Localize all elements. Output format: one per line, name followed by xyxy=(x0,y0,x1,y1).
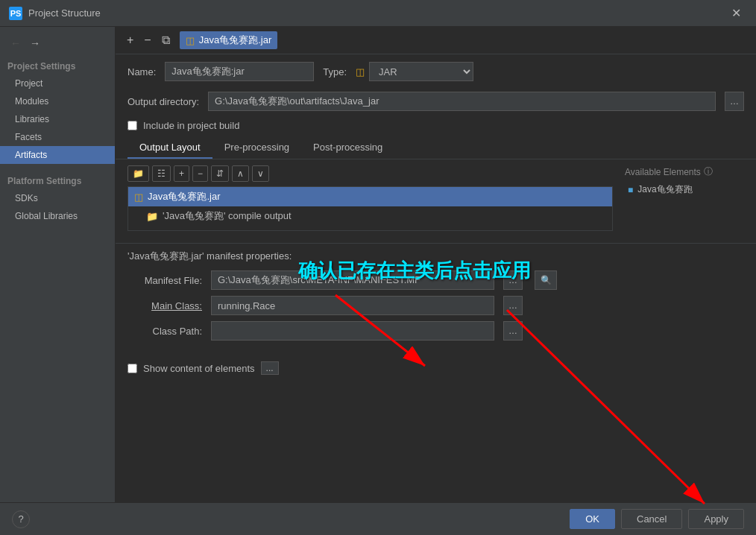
tree-item-jar-label: Java龟兔赛跑.jar xyxy=(148,190,221,203)
output-tree: ◫ Java龟兔赛跑.jar 📁 'Java龟兔赛跑' compile outp… xyxy=(127,186,613,231)
output-dir-row: Output directory: … xyxy=(116,89,756,114)
include-build-row: Include in project build xyxy=(116,114,756,137)
sidebar-item-facets[interactable]: Facets xyxy=(0,128,115,146)
ok-button[interactable]: OK xyxy=(570,509,615,529)
tab-pre-processing[interactable]: Pre-processing xyxy=(212,137,301,159)
back-arrow[interactable]: ← xyxy=(7,36,24,51)
class-path-browse-btn[interactable]: … xyxy=(503,321,523,341)
show-content-label[interactable]: Show content of elements xyxy=(143,363,255,374)
class-path-input[interactable] xyxy=(211,321,494,341)
title-bar-left: PS Project Structure xyxy=(9,7,101,20)
cancel-button[interactable]: Cancel xyxy=(621,509,682,529)
tree-item-jar[interactable]: ◫ Java龟兔赛跑.jar xyxy=(128,187,612,206)
artifact-item-label: Java龟兔赛跑.jar xyxy=(199,34,272,47)
show-content-checkbox[interactable] xyxy=(127,364,137,373)
manifest-section: 'Java龟兔赛跑.jar' manifest properties: Mani… xyxy=(116,243,756,352)
sidebar-item-project[interactable]: Project xyxy=(0,75,115,92)
tabs-row: Output Layout Pre-processing Post-proces… xyxy=(116,137,756,159)
sidebar-item-libraries[interactable]: Libraries xyxy=(0,110,115,128)
manifest-title: 'Java龟兔赛跑.jar' manifest properties: xyxy=(127,250,744,263)
class-path-row: Class Path: … xyxy=(127,321,744,341)
artifact-jar-icon: ◫ xyxy=(186,35,195,46)
ol-down-btn[interactable]: ∨ xyxy=(252,165,269,182)
bottom-right: OK Cancel Apply xyxy=(570,509,744,529)
type-jar-icon: ◫ xyxy=(356,66,365,77)
jar-icon: ◫ xyxy=(134,191,143,203)
class-path-label: Class Path: xyxy=(127,326,202,337)
main-class-input[interactable] xyxy=(211,296,494,315)
tree-item-compile[interactable]: 📁 'Java龟兔赛跑' compile output xyxy=(128,206,612,226)
tab-post-processing[interactable]: Post-processing xyxy=(301,137,394,159)
include-build-label[interactable]: Include in project build xyxy=(143,120,239,131)
tab-output-layout[interactable]: Output Layout xyxy=(127,137,212,159)
help-button[interactable]: ? xyxy=(12,510,30,528)
platform-settings-section: Platform Settings xyxy=(0,171,115,189)
add-artifact-button[interactable]: + xyxy=(123,32,137,48)
nav-top: ← → xyxy=(0,33,115,57)
output-right: Available Elements ⓘ ■ Java龟兔赛跑 xyxy=(625,165,744,231)
manifest-file-label: Manifest File: xyxy=(127,275,202,286)
output-dir-label: Output directory: xyxy=(127,96,199,107)
ol-add-btn[interactable]: + xyxy=(174,165,189,182)
content-panel: + − ⧉ ◫ Java龟兔赛跑.jar Name: Type: ◫ JAR O… xyxy=(116,27,756,535)
bottom-left: ? xyxy=(12,510,30,528)
output-dir-browse-button[interactable]: … xyxy=(725,92,744,111)
manifest-file-browse-btn[interactable]: … xyxy=(503,270,523,290)
tree-item-compile-label: 'Java龟兔赛跑' compile output xyxy=(163,209,292,223)
artifact-item[interactable]: ◫ Java龟兔赛跑.jar xyxy=(180,31,278,49)
show-content-row: Show content of elements ... xyxy=(116,355,756,381)
remove-artifact-button[interactable]: − xyxy=(140,32,154,48)
output-dir-input[interactable] xyxy=(208,92,716,111)
sidebar-item-modules[interactable]: Modules xyxy=(0,92,115,110)
include-in-build-checkbox[interactable] xyxy=(127,121,137,130)
type-label: Type: xyxy=(323,66,347,77)
output-left: 📁 ☷ + − ⇵ ∧ ∨ ◫ Java龟兔赛跑.jar 📁 'Java龟兔赛 xyxy=(127,165,613,231)
name-label: Name: xyxy=(127,66,156,77)
sidebar-item-artifacts[interactable]: Artifacts xyxy=(0,146,115,164)
available-elements-label: Available Elements ⓘ xyxy=(625,165,744,178)
module-icon: ■ xyxy=(628,185,633,195)
ol-up-btn[interactable]: ∧ xyxy=(232,165,249,182)
main-class-label: Main Class: xyxy=(127,300,202,311)
output-layout-toolbar: 📁 ☷ + − ⇵ ∧ ∨ xyxy=(127,165,613,182)
ol-sort-btn[interactable]: ⇵ xyxy=(211,165,229,182)
ol-layout-btn[interactable]: ☷ xyxy=(152,165,171,182)
show-content-ellipsis-btn[interactable]: ... xyxy=(261,361,279,375)
name-input[interactable] xyxy=(165,62,314,81)
type-select[interactable]: JAR xyxy=(369,62,473,81)
manifest-search-btn[interactable]: 🔍 xyxy=(535,270,557,290)
sidebar-item-global-libraries[interactable]: Global Libraries xyxy=(0,207,115,225)
window-title: Project Structure xyxy=(28,7,101,19)
help-icon-available: ⓘ xyxy=(704,165,713,178)
available-item-module[interactable]: ■ Java龟兔赛跑 xyxy=(625,181,744,198)
copy-artifact-button[interactable]: ⧉ xyxy=(158,32,174,48)
main-class-row: Main Class: … xyxy=(127,296,744,315)
output-layout-area: 📁 ☷ + − ⇵ ∧ ∨ ◫ Java龟兔赛跑.jar 📁 'Java龟兔赛 xyxy=(116,159,756,237)
manifest-file-input[interactable] xyxy=(211,270,494,290)
project-settings-section: Project Settings xyxy=(0,57,115,75)
sidebar: ← → Project Settings Project Modules Lib… xyxy=(0,27,116,535)
bottom-bar: ? OK Cancel Apply xyxy=(0,502,756,535)
forward-arrow[interactable]: → xyxy=(27,36,43,51)
folder-compile-icon: 📁 xyxy=(146,211,158,222)
main-class-browse-btn[interactable]: … xyxy=(503,296,523,315)
close-button[interactable]: ✕ xyxy=(725,3,747,23)
artifact-toolbar: + − ⧉ ◫ Java龟兔赛跑.jar xyxy=(116,27,756,54)
title-bar: PS Project Structure ✕ xyxy=(0,0,756,27)
sidebar-item-sdks[interactable]: SDKs xyxy=(0,189,115,207)
artifact-name-row: Name: Type: ◫ JAR xyxy=(116,54,756,89)
manifest-file-row: Manifest File: … 🔍 xyxy=(127,270,744,290)
ol-remove-btn[interactable]: − xyxy=(192,165,208,182)
ol-folder-btn[interactable]: 📁 xyxy=(127,165,149,182)
app-icon: PS xyxy=(9,7,22,20)
apply-button[interactable]: Apply xyxy=(688,509,744,529)
